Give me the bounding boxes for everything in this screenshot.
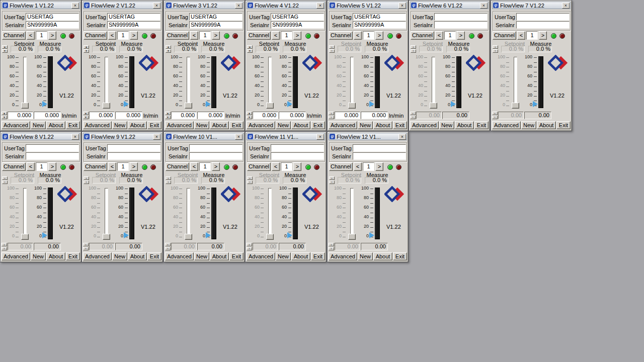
channel-next-button[interactable]: > — [130, 162, 138, 171]
setpoint-value-field[interactable]: 0.00 — [253, 243, 278, 250]
advanced-button[interactable]: Advanced — [247, 252, 275, 260]
setpoint-percent-spinner[interactable]: ▲ ▼ — [84, 176, 89, 184]
spinner-down-icon[interactable]: ▼ — [247, 180, 253, 184]
spinner-up-icon[interactable]: ▲ — [2, 112, 7, 115]
spinner-down-icon[interactable]: ▼ — [247, 116, 252, 119]
usertag-input[interactable] — [434, 13, 488, 21]
usertag-input[interactable] — [189, 144, 243, 152]
spinner-down-icon[interactable]: ▼ — [83, 247, 89, 250]
setpoint-value-spinner[interactable]: ▲ ▼ — [410, 112, 416, 119]
spinner-up-icon[interactable]: ▲ — [2, 45, 8, 49]
exit-button[interactable]: Exit — [393, 121, 407, 129]
channel-button[interactable]: Channel — [2, 162, 26, 171]
channel-next-button[interactable]: > — [48, 162, 56, 171]
titlebar[interactable]: φ FlowView 8 V1.22 × — [2, 133, 80, 140]
spinner-up-icon[interactable]: ▲ — [166, 45, 171, 49]
setpoint-slider-thumb[interactable] — [103, 103, 110, 109]
serialnr-input[interactable]: SN999999A — [26, 21, 79, 29]
channel-next-button[interactable]: > — [375, 162, 383, 171]
setpoint-percent-spinner[interactable]: ▲ ▼ — [329, 45, 335, 53]
about-button[interactable]: About — [128, 121, 147, 129]
spinner-down-icon[interactable]: ▼ — [247, 49, 253, 53]
usertag-input[interactable]: USERTAG — [107, 13, 160, 21]
advanced-button[interactable]: Advanced — [329, 252, 357, 260]
spinner-up-icon[interactable]: ▲ — [493, 45, 498, 49]
setpoint-slider-track[interactable] — [187, 188, 190, 239]
setpoint-percent-spinner[interactable]: ▲ ▼ — [247, 176, 253, 184]
setpoint-slider-track[interactable] — [350, 57, 354, 108]
serialnr-input[interactable] — [107, 152, 160, 160]
channel-prev-button[interactable]: < — [190, 31, 198, 40]
usertag-input[interactable] — [107, 144, 160, 152]
new-button[interactable]: New — [31, 252, 46, 260]
channel-prev-button[interactable]: < — [354, 162, 362, 171]
close-icon[interactable]: × — [235, 3, 243, 9]
usertag-input[interactable] — [353, 144, 406, 152]
channel-next-button[interactable]: > — [375, 31, 383, 40]
close-icon[interactable]: × — [235, 134, 243, 140]
serialnr-input[interactable]: SN999999A — [353, 21, 406, 29]
channel-prev-button[interactable]: < — [517, 31, 525, 40]
spinner-up-icon[interactable]: ▲ — [165, 243, 171, 246]
setpoint-value-spinner[interactable]: ▲ ▼ — [165, 243, 171, 250]
usertag-input[interactable]: USERTAG — [26, 13, 79, 21]
channel-next-button[interactable]: > — [457, 31, 465, 40]
setpoint-value-spinner[interactable]: ▲ ▼ — [2, 112, 7, 119]
channel-number-field[interactable]: 1 — [117, 162, 129, 171]
channel-next-button[interactable]: > — [212, 31, 220, 40]
spinner-up-icon[interactable]: ▲ — [83, 112, 89, 115]
setpoint-value-field[interactable]: 0.000 — [253, 112, 278, 119]
about-button[interactable]: About — [128, 252, 147, 260]
serialnr-input[interactable] — [271, 152, 324, 160]
exit-button[interactable]: Exit — [311, 252, 325, 260]
spinner-up-icon[interactable]: ▲ — [84, 176, 89, 180]
new-button[interactable]: New — [194, 252, 209, 260]
new-button[interactable]: New — [31, 121, 46, 129]
setpoint-percent-spinner[interactable]: ▲ ▼ — [247, 45, 253, 53]
channel-button[interactable]: Channel — [247, 162, 271, 171]
titlebar[interactable]: φ FlowView 10 V1... × — [165, 133, 244, 140]
setpoint-value-field[interactable]: 0.00 — [8, 243, 33, 250]
spinner-up-icon[interactable]: ▲ — [247, 176, 253, 180]
spinner-up-icon[interactable]: ▲ — [2, 176, 8, 180]
channel-next-button[interactable]: > — [212, 162, 220, 171]
spinner-down-icon[interactable]: ▼ — [2, 180, 8, 184]
setpoint-value-field[interactable]: 0.00 — [335, 243, 360, 250]
exit-button[interactable]: Exit — [229, 121, 244, 129]
channel-next-button[interactable]: > — [48, 31, 56, 40]
close-icon[interactable]: × — [316, 3, 324, 9]
advanced-button[interactable]: Advanced — [410, 121, 439, 129]
usertag-input[interactable] — [26, 144, 79, 152]
about-button[interactable]: About — [373, 252, 392, 260]
about-button[interactable]: About — [537, 121, 556, 129]
close-icon[interactable]: × — [153, 134, 160, 140]
setpoint-slider-thumb[interactable] — [512, 103, 519, 109]
exit-button[interactable]: Exit — [66, 121, 80, 129]
setpoint-value-spinner[interactable]: ▲ ▼ — [247, 243, 252, 250]
usertag-input[interactable]: USERTAG — [271, 13, 324, 21]
channel-prev-button[interactable]: < — [354, 31, 362, 40]
setpoint-value-spinner[interactable]: ▲ ▼ — [165, 112, 171, 119]
channel-prev-button[interactable]: < — [108, 31, 116, 40]
advanced-button[interactable]: Advanced — [492, 121, 521, 129]
setpoint-slider-thumb[interactable] — [21, 103, 29, 109]
new-button[interactable]: New — [276, 121, 291, 129]
setpoint-value-field[interactable]: 0.000 — [89, 112, 115, 119]
advanced-button[interactable]: Advanced — [2, 252, 30, 260]
exit-button[interactable]: Exit — [229, 252, 244, 260]
setpoint-slider-thumb[interactable] — [21, 234, 29, 240]
titlebar[interactable]: φ FlowView 11 V1... × — [247, 133, 325, 140]
setpoint-slider-thumb[interactable] — [430, 103, 437, 109]
spinner-up-icon[interactable]: ▲ — [329, 243, 334, 246]
setpoint-slider-track[interactable] — [432, 57, 435, 108]
usertag-input[interactable] — [516, 13, 570, 21]
spinner-down-icon[interactable]: ▼ — [411, 49, 416, 53]
exit-button[interactable]: Exit — [147, 252, 162, 260]
setpoint-slider-track[interactable] — [23, 188, 27, 239]
setpoint-value-spinner[interactable]: ▲ ▼ — [492, 112, 498, 119]
titlebar[interactable]: φ FlowView 1 V1.22 × — [2, 2, 80, 9]
channel-number-field[interactable]: 1 — [526, 31, 538, 40]
setpoint-slider-thumb[interactable] — [348, 234, 356, 240]
titlebar[interactable]: φ FlowView 12 V1... × — [329, 133, 407, 140]
close-icon[interactable]: × — [71, 134, 79, 140]
